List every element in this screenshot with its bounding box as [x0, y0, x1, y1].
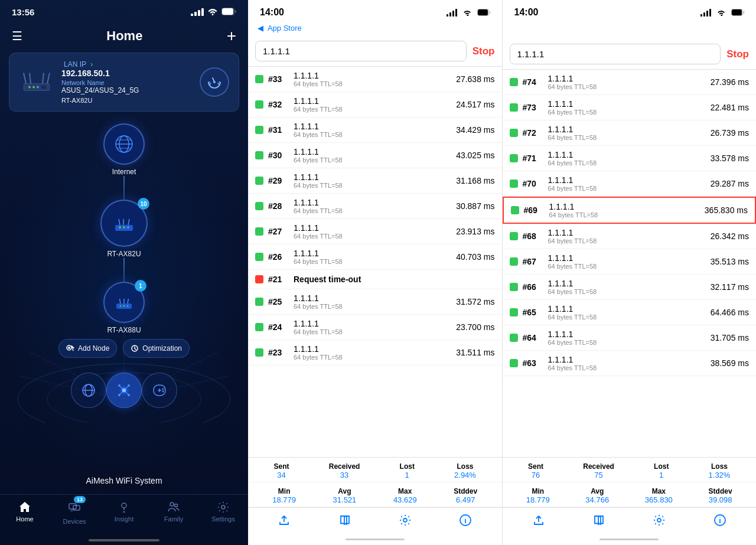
ping-host: 1.1.1.1 — [548, 329, 706, 339]
stat-col: Avg31.521 — [333, 487, 357, 504]
ping-seq: #67 — [523, 257, 543, 266]
ping-sub: 64 bytes TTL=58 — [548, 134, 706, 141]
app-title: Home — [106, 28, 142, 44]
ping-status-dot — [255, 75, 263, 83]
tab-settings[interactable]: Settings — [198, 498, 248, 527]
svg-point-26 — [119, 226, 121, 229]
add-button[interactable]: + — [227, 27, 236, 45]
ping-host-info: 1.1.1.164 bytes TTL=58 — [294, 198, 451, 214]
ping-host-info: 1.1.1.164 bytes TTL=58 — [294, 71, 451, 87]
bottom-icons — [59, 367, 189, 414]
ping-sub: 64 bytes TTL=58 — [294, 106, 451, 113]
svg-line-6 — [43, 73, 44, 84]
ping-row: #331.1.1.164 bytes TTL=5827.638 ms — [248, 67, 502, 92]
stats-row-2: Min18.779Avg34.766Max365.830Stddev39.098 — [503, 482, 757, 507]
menu-icon[interactable]: ☰ — [12, 29, 22, 43]
add-node-button[interactable]: Add Node — [58, 339, 117, 358]
ping-host: 1.1.1.1 — [548, 175, 706, 185]
stat-label: Stddev — [709, 487, 732, 495]
ping-time: 29.287 ms — [711, 179, 749, 188]
ping-host: 1.1.1.1 — [294, 344, 451, 354]
aimesh-icon-btn[interactable] — [106, 373, 142, 408]
stat-col: Avg34.766 — [585, 487, 609, 504]
ping-left-status-icons — [447, 9, 490, 17]
optimization-button[interactable]: Optimization — [123, 339, 190, 358]
stats-row-2: Min18.779Avg31.521Max43.629Stddev6.497 — [248, 482, 502, 507]
ping-sub: 64 bytes TTL=58 — [548, 263, 706, 270]
ping-status-dot — [255, 100, 263, 109]
ping-right-stop-button[interactable]: Stop — [726, 48, 749, 60]
tab-devices[interactable]: 13 Devices — [50, 498, 99, 527]
ping-sub: 64 bytes TTL=58 — [294, 156, 451, 164]
tab-family[interactable]: Family — [149, 498, 198, 527]
ping-sub: 64 bytes TTL=58 — [548, 185, 706, 192]
stat-label: Received — [329, 462, 360, 471]
secondary-router-circle: 1 — [103, 282, 145, 323]
share-button-right[interactable] — [532, 514, 545, 527]
stat-value: 33 — [340, 471, 348, 479]
ping-status-dot — [255, 202, 263, 210]
ping-right-toolbar — [503, 507, 757, 539]
ping-row: #251.1.1.164 bytes TTL=5831.572 ms — [248, 289, 502, 315]
svg-point-58 — [403, 518, 407, 522]
ping-host-info: 1.1.1.164 bytes TTL=58 — [548, 253, 706, 270]
ping-row: #681.1.1.164 bytes TTL=5826.342 ms — [503, 224, 757, 249]
ping-host: 1.1.1.1 — [294, 223, 451, 233]
ping-sub: 64 bytes TTL=58 — [294, 80, 451, 87]
tab-home[interactable]: Home — [0, 498, 50, 527]
tab-family-label: Family — [164, 515, 183, 523]
book-button-left[interactable] — [338, 514, 351, 527]
info-button-right[interactable] — [713, 514, 726, 527]
svg-point-31 — [123, 305, 125, 307]
ping-time: 40.703 ms — [456, 252, 494, 262]
speed-test-button[interactable] — [200, 67, 229, 97]
gaming-icon-btn[interactable] — [142, 373, 177, 408]
ping-host: 1.1.1.1 — [548, 125, 706, 134]
main-router-label: RT-AX82U — [107, 250, 141, 258]
stat-value: 34 — [277, 471, 285, 479]
ping-seq: #65 — [523, 308, 543, 317]
stat-value: 43.629 — [393, 495, 417, 504]
ping-right-input[interactable] — [510, 44, 721, 64]
stat-col: Stddev6.497 — [454, 487, 477, 504]
svg-point-40 — [118, 384, 120, 387]
info-button-left[interactable] — [459, 514, 472, 527]
router-card[interactable]: LAN IP › 192.168.50.1 Network Name ASUS_… — [9, 53, 239, 112]
ping-status-dot — [255, 253, 263, 261]
router-image — [19, 69, 54, 96]
router-app-panel: 13:56 ☰ Home — [0, 0, 248, 545]
ping-seq: #24 — [268, 322, 289, 332]
svg-point-47 — [162, 389, 164, 390]
ping-right-status-bar: 14:00 — [503, 0, 757, 21]
network-name-value: ASUS_24/ASUS_24_5G — [61, 86, 193, 94]
add-node-label: Add Node — [78, 344, 109, 353]
ping-seq: #63 — [523, 358, 543, 368]
ping-right-time: 14:00 — [514, 7, 539, 18]
ping-row: #711.1.1.164 bytes TTL=5833.578 ms — [503, 146, 757, 171]
book-button-right[interactable] — [592, 514, 605, 527]
settings-button-left[interactable] — [399, 514, 412, 527]
ping-status-dot — [510, 232, 518, 240]
ping-status-dot — [255, 298, 263, 306]
stat-col: Sent34 — [274, 462, 289, 479]
stat-value: 75 — [594, 471, 602, 479]
internet-icon-btn[interactable] — [71, 373, 106, 408]
stat-label: Loss — [711, 462, 728, 471]
ping-time: 22.481 ms — [711, 103, 749, 112]
stats-row-1: Sent34Received33Lost1Loss2.94% — [248, 458, 502, 482]
ping-left-stop-button[interactable]: Stop — [472, 45, 495, 57]
share-button-left[interactable] — [278, 514, 291, 527]
ping-status-dot — [255, 275, 263, 283]
tab-settings-label: Settings — [211, 515, 235, 523]
settings-button-right[interactable] — [653, 514, 666, 527]
stat-value: 1 — [405, 471, 409, 479]
stat-col: Stddev39.098 — [709, 487, 732, 504]
tab-insight[interactable]: Insight — [99, 498, 149, 527]
ping-status-dot — [255, 348, 263, 357]
svg-point-67 — [719, 517, 720, 518]
ping-left-input[interactable] — [255, 41, 467, 61]
ping-host-info: 1.1.1.164 bytes TTL=58 — [548, 150, 706, 167]
main-router-node: 10 RT-AX82U — [100, 200, 148, 258]
ping-row: #721.1.1.164 bytes TTL=5826.739 ms — [503, 120, 757, 146]
stat-label: Avg — [591, 487, 604, 495]
